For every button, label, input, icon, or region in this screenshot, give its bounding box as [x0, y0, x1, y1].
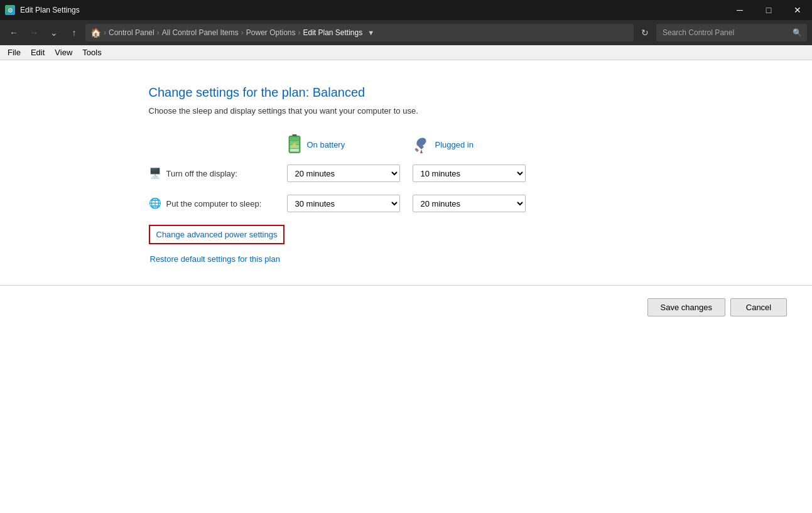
bottom-divider: [0, 285, 812, 286]
battery-column-header: ⚡ On battery: [287, 134, 413, 154]
display-plugged-select[interactable]: 1 minute 2 minutes 5 minutes 10 minutes …: [413, 165, 526, 182]
svg-marker-11: [420, 149, 423, 153]
svg-text:⚡: ⚡: [291, 141, 298, 149]
plugged-column-label: Plugged in: [435, 140, 474, 149]
page-subtitle: Choose the sleep and display settings th…: [149, 106, 664, 116]
display-label-area: 🖥️ Turn off the display:: [149, 167, 287, 180]
title-bar: ⚙ Edit Plan Settings ─ □ ✕: [0, 0, 812, 20]
window-title: Edit Plan Settings: [20, 6, 80, 14]
menu-tools[interactable]: Tools: [77, 46, 106, 58]
back-button[interactable]: ←: [5, 24, 23, 41]
up-button[interactable]: ↑: [65, 24, 83, 41]
sleep-dropdowns: 1 minute 5 minutes 10 minutes 15 minutes…: [287, 195, 526, 212]
main-content: Change settings for the plan: Balanced C…: [0, 60, 812, 513]
advanced-power-settings-link[interactable]: Change advanced power settings: [149, 225, 285, 244]
app-icon: ⚙: [5, 5, 15, 15]
sleep-row: 🌐 Put the computer to sleep: 1 minute 5 …: [149, 195, 664, 212]
forward-button[interactable]: →: [25, 24, 43, 41]
turn-off-display-row: 🖥️ Turn off the display: 1 minute 2 minu…: [149, 165, 664, 182]
svg-rect-5: [290, 149, 298, 151]
cancel-button[interactable]: Cancel: [730, 298, 787, 316]
battery-icon: ⚡: [287, 134, 302, 154]
display-label: Turn off the display:: [166, 169, 237, 178]
plugged-column-header: Plugged in: [413, 136, 538, 153]
content-area: Change settings for the plan: Balanced C…: [124, 85, 689, 266]
search-icon: 🔍: [793, 28, 802, 37]
menu-file[interactable]: File: [3, 46, 26, 58]
sleep-plugged-select[interactable]: 1 minute 5 minutes 10 minutes 15 minutes…: [413, 195, 526, 212]
search-container: 🔍: [656, 24, 807, 41]
breadcrumb-current: Edit Plan Settings: [303, 28, 362, 37]
restore-button[interactable]: □: [754, 0, 783, 20]
search-input[interactable]: [656, 24, 807, 41]
column-headers: ⚡ On battery Plugged in: [149, 134, 664, 154]
display-icon: 🖥️: [149, 167, 161, 180]
links-section: Change advanced power settings Restore d…: [149, 225, 664, 266]
address-bar: ← → ⌄ ↑ 🏠 › Control Panel › All Control …: [0, 20, 812, 45]
svg-rect-2: [290, 137, 298, 140]
breadcrumb: 🏠 › Control Panel › All Control Panel It…: [85, 24, 634, 41]
menu-view[interactable]: View: [50, 46, 77, 58]
breadcrumb-icon: 🏠: [90, 28, 101, 38]
minimize-button[interactable]: ─: [725, 0, 754, 20]
dropdown-button[interactable]: ⌄: [45, 24, 63, 41]
sleep-label: Put the computer to sleep:: [166, 199, 262, 208]
breadcrumb-power-options[interactable]: Power Options: [246, 28, 296, 37]
refresh-button[interactable]: ↻: [636, 24, 654, 41]
sleep-label-area: 🌐 Put the computer to sleep:: [149, 197, 287, 210]
breadcrumb-all-items[interactable]: All Control Panel Items: [162, 28, 239, 37]
breadcrumb-expand-button[interactable]: ▼: [367, 29, 374, 36]
display-dropdowns: 1 minute 2 minutes 5 minutes 10 minutes …: [287, 165, 526, 182]
title-bar-left: ⚙ Edit Plan Settings: [5, 5, 80, 15]
display-battery-select[interactable]: 1 minute 2 minutes 5 minutes 10 minutes …: [287, 165, 400, 182]
sleep-battery-select[interactable]: 1 minute 5 minutes 10 minutes 15 minutes…: [287, 195, 400, 212]
page-title: Change settings for the plan: Balanced: [149, 85, 664, 100]
svg-rect-9: [414, 148, 419, 152]
restore-defaults-link[interactable]: Restore default settings for this plan: [150, 252, 664, 266]
save-changes-button[interactable]: Save changes: [647, 298, 725, 316]
close-button[interactable]: ✕: [783, 0, 812, 20]
window-controls: ─ □ ✕: [725, 0, 812, 20]
plugged-icon: [413, 136, 430, 153]
sleep-icon: 🌐: [149, 197, 161, 210]
battery-column-label: On battery: [307, 140, 345, 149]
breadcrumb-control-panel[interactable]: Control Panel: [109, 28, 154, 37]
menu-edit[interactable]: Edit: [26, 46, 50, 58]
menu-bar: File Edit View Tools: [0, 45, 812, 60]
action-buttons: Save changes Cancel: [0, 298, 812, 329]
